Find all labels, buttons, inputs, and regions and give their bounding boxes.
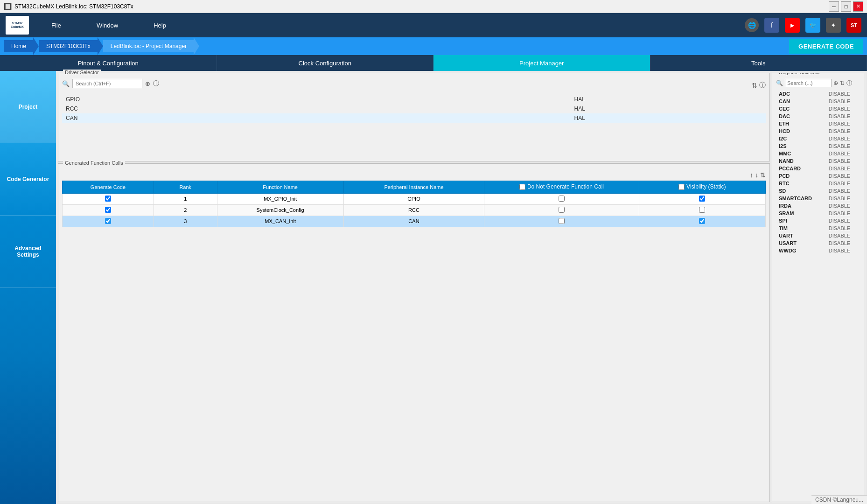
register-row[interactable]: CANDISABLE: [776, 98, 861, 105]
breadcrumb-project[interactable]: LedBlink.ioc - Project Manager: [103, 40, 194, 52]
register-row[interactable]: I2SDISABLE: [776, 142, 861, 150]
search-icon: 🔍: [62, 80, 70, 87]
no-gen-rcc-checkbox[interactable]: [559, 207, 565, 213]
driver-selector-panel: Driver Selector 🔍 ⊕ ⓘ ⇅ ⓘ: [58, 73, 770, 161]
driver-type-can: HAL: [570, 113, 766, 123]
menu-help[interactable]: Help: [150, 20, 170, 31]
title-bar-text: STM32CubeMX LedBlink.ioc: STM32F103C8Tx: [14, 3, 133, 10]
register-callback-panel: Register CallBack 🔍 ⊕ ⇅ ⓘ ADCDISABLECAND…: [772, 73, 865, 502]
content-area: Driver Selector 🔍 ⊕ ⓘ ⇅ ⓘ: [56, 71, 867, 504]
driver-info-button[interactable]: ⓘ: [759, 81, 766, 90]
register-row[interactable]: PCDDISABLE: [776, 172, 861, 180]
sidebar-item-code-generator[interactable]: Code Generator: [0, 143, 56, 216]
status-bar: CSDN ©Langneu...: [811, 495, 867, 504]
title-bar-left: 🔲 STM32CubeMX LedBlink.ioc: STM32F103C8T…: [4, 3, 133, 10]
register-row[interactable]: SRAMDISABLE: [776, 210, 861, 217]
sidebar: Project Code Generator Advanced Settings: [0, 71, 56, 504]
register-row[interactable]: SDDISABLE: [776, 187, 861, 195]
generate-code-can-checkbox[interactable]: [105, 218, 111, 224]
no-gen-gpio-checkbox[interactable]: [559, 196, 565, 202]
register-row[interactable]: ADCDISABLE: [776, 90, 861, 98]
register-row[interactable]: PCCARDDISABLE: [776, 165, 861, 172]
twitter-icon[interactable]: 🐦: [805, 18, 820, 33]
register-info-icon[interactable]: ⓘ: [846, 79, 852, 87]
app-icon: 🔲: [4, 3, 12, 10]
register-search-bar: 🔍 ⊕ ⇅ ⓘ: [776, 79, 861, 87]
left-content: Driver Selector 🔍 ⊕ ⓘ ⇅ ⓘ: [58, 73, 770, 502]
register-row[interactable]: SPIDISABLE: [776, 217, 861, 224]
register-sort-icon[interactable]: ⇅: [840, 80, 845, 86]
minimize-button[interactable]: ─: [829, 1, 839, 12]
register-filter-icon[interactable]: ⊕: [833, 80, 838, 86]
register-row[interactable]: CECDISABLE: [776, 105, 861, 112]
st-logo[interactable]: ST: [846, 18, 861, 33]
register-row[interactable]: TIMDISABLE: [776, 224, 861, 232]
menu-file[interactable]: File: [48, 20, 65, 31]
register-row[interactable]: IRDADISABLE: [776, 202, 861, 210]
register-row[interactable]: NANDDISABLE: [776, 157, 861, 165]
facebook-icon[interactable]: f: [764, 18, 779, 33]
youtube-icon[interactable]: ▶: [785, 18, 800, 33]
maximize-button[interactable]: □: [841, 1, 851, 12]
sidebar-item-project[interactable]: Project: [0, 71, 56, 143]
driver-info-icon[interactable]: ⓘ: [153, 79, 159, 88]
register-row[interactable]: UARTDISABLE: [776, 232, 861, 239]
register-callback-label: Register CallBack: [777, 73, 821, 75]
register-row[interactable]: ETHDISABLE: [776, 120, 861, 127]
generate-code-rcc: [63, 204, 154, 216]
register-row[interactable]: RTCDISABLE: [776, 180, 861, 187]
register-row[interactable]: HCDDISABLE: [776, 127, 861, 135]
register-search-input[interactable]: [785, 79, 832, 87]
vis-gpio-checkbox[interactable]: [699, 196, 705, 202]
status-text: CSDN ©Langneu...: [815, 497, 863, 503]
rank-can: 3: [154, 216, 217, 227]
tab-clock[interactable]: Clock Configuration: [217, 55, 434, 71]
driver-sort-button[interactable]: ⇅: [752, 81, 757, 90]
vis-rcc-checkbox[interactable]: [699, 207, 705, 213]
vis-gpio: [639, 193, 765, 204]
register-row[interactable]: MMCDISABLE: [776, 150, 861, 157]
peripheral-gpio: GPIO: [343, 193, 484, 204]
sidebar-item-advanced-settings[interactable]: Advanced Settings: [0, 216, 56, 288]
driver-type-gpio: HAL: [570, 95, 766, 104]
no-gen-can-checkbox[interactable]: [559, 218, 565, 224]
register-row[interactable]: I2CDISABLE: [776, 135, 861, 142]
driver-table: GPIO HAL RCC HAL CAN HAL: [62, 95, 766, 123]
star-icon[interactable]: ✦: [826, 18, 841, 33]
register-row[interactable]: USARTDISABLE: [776, 239, 861, 247]
driver-search-input[interactable]: [72, 79, 142, 88]
driver-search-bar: 🔍 ⊕ ⓘ: [62, 79, 159, 88]
no-gen-rcc: [484, 204, 639, 216]
driver-filter-icon[interactable]: ⊕: [145, 80, 150, 87]
tab-navigation: Pinout & Configuration Clock Configurati…: [0, 55, 867, 71]
driver-row-gpio[interactable]: GPIO HAL: [62, 95, 766, 104]
gen-func-sort-both[interactable]: ⇅: [760, 171, 766, 179]
gen-func-sort-asc[interactable]: ↑: [750, 171, 753, 179]
register-row[interactable]: WWDGDISABLE: [776, 247, 861, 254]
register-row[interactable]: DACDISABLE: [776, 112, 861, 120]
breadcrumb-device[interactable]: STM32F103C8Tx: [39, 40, 98, 52]
tab-pinout[interactable]: Pinout & Configuration: [0, 55, 217, 71]
generate-code-rcc-checkbox[interactable]: [105, 207, 111, 213]
tab-tools[interactable]: Tools: [650, 55, 867, 71]
gen-func-sort-desc[interactable]: ↓: [755, 171, 758, 179]
menu-window[interactable]: Window: [93, 20, 122, 31]
tab-project-manager[interactable]: Project Manager: [434, 55, 650, 71]
func-row-can: 3 MX_CAN_Init CAN: [63, 216, 766, 227]
breadcrumb-home[interactable]: Home: [4, 40, 34, 52]
generate-code-button[interactable]: GENERATE CODE: [789, 39, 863, 54]
register-table: ADCDISABLECANDISABLECECDISABLEDACDISABLE…: [776, 90, 861, 254]
close-button[interactable]: ✕: [853, 1, 863, 12]
menu-bar-right: 🌐 f ▶ 🐦 ✦ ST: [745, 18, 861, 33]
gen-func-controls: ↑ ↓ ⇅: [62, 171, 766, 179]
globe-icon[interactable]: 🌐: [745, 18, 759, 32]
driver-row-can[interactable]: CAN HAL: [62, 113, 766, 123]
do-not-generate-header-checkbox[interactable]: [519, 184, 525, 190]
vis-can-checkbox[interactable]: [699, 218, 705, 224]
register-row[interactable]: SMARTCARDDISABLE: [776, 195, 861, 202]
func-name-gpio: MX_GPIO_Init: [217, 193, 343, 204]
visibility-header-checkbox[interactable]: [678, 184, 685, 190]
breadcrumb: Home STM32F103C8Tx LedBlink.ioc - Projec…: [0, 37, 867, 55]
driver-row-rcc[interactable]: RCC HAL: [62, 104, 766, 113]
generate-code-gpio-checkbox[interactable]: [105, 196, 111, 202]
